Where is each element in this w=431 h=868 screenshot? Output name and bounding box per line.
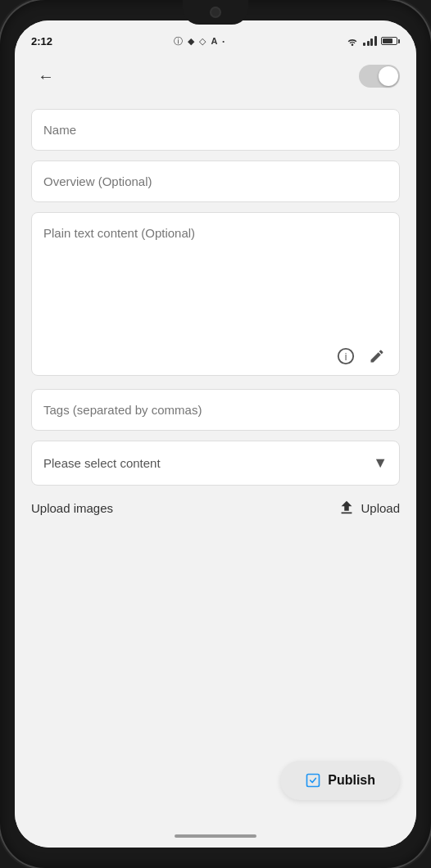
toggle-knob: [379, 66, 398, 86]
top-nav: ←: [15, 53, 416, 99]
phone-frame: 2:12 ⓘ ◆ ◇ A •: [0, 0, 431, 868]
upload-button[interactable]: Upload: [338, 499, 400, 517]
overview-input[interactable]: [31, 160, 400, 202]
tags-input[interactable]: [31, 389, 400, 431]
wifi-icon: [346, 36, 359, 46]
phone-screen: 2:12 ⓘ ◆ ◇ A •: [15, 20, 416, 848]
battery-icon: [381, 37, 400, 45]
shield-icon: ◆: [188, 36, 194, 47]
status-right-icons: [346, 36, 400, 46]
svg-text:i: i: [345, 351, 347, 363]
home-bar: [15, 825, 416, 848]
home-indicator: [175, 834, 256, 838]
edit-icon[interactable]: [365, 345, 388, 368]
publish-label: Publish: [328, 773, 375, 788]
select-placeholder: Please select content: [43, 456, 161, 470]
spacer: [31, 530, 400, 738]
back-arrow-icon: ←: [38, 67, 54, 86]
upload-row: Upload images Upload: [31, 495, 400, 520]
upload-icon: [338, 499, 356, 517]
content-area: i Please select content ▼: [15, 99, 416, 748]
signal-icon: [363, 36, 377, 46]
back-button[interactable]: ←: [31, 61, 61, 91]
shield2-icon: ◇: [199, 36, 206, 47]
time-display: 2:12: [31, 35, 52, 47]
toggle-switch[interactable]: [359, 65, 400, 88]
textarea-icon-group: i: [334, 345, 388, 368]
a-icon: A: [211, 36, 217, 46]
upload-label: Upload images: [31, 501, 113, 515]
content-select[interactable]: Please select content ▼: [31, 441, 400, 486]
status-time: 2:12: [31, 35, 52, 47]
notch: [183, 0, 248, 25]
plain-text-wrapper: i: [31, 212, 400, 379]
info-icon: ⓘ: [174, 35, 183, 47]
camera: [210, 7, 221, 18]
bottom-area: Publish: [15, 748, 416, 825]
publish-icon: [305, 772, 321, 789]
dot-icon: •: [222, 38, 225, 45]
info-circle-icon[interactable]: i: [334, 345, 357, 368]
upload-button-label: Upload: [361, 501, 400, 515]
name-input[interactable]: [31, 109, 400, 151]
chevron-down-icon: ▼: [373, 454, 388, 472]
svg-rect-2: [307, 775, 320, 787]
status-bar: 2:12 ⓘ ◆ ◇ A •: [15, 20, 416, 53]
publish-button[interactable]: Publish: [280, 761, 400, 800]
